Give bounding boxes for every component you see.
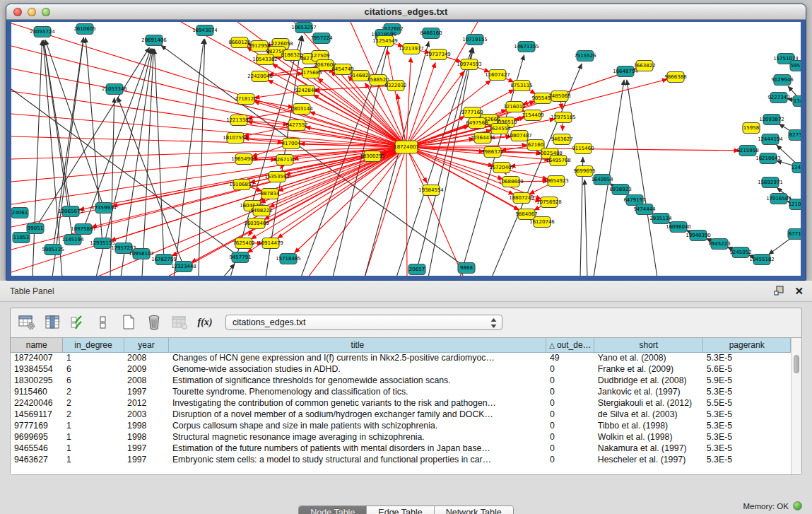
delete-column-icon[interactable] (145, 313, 163, 332)
graph-node[interactable]: 417004 (282, 139, 301, 149)
graph-node[interactable]: 16914479 (258, 238, 283, 249)
graph-node[interactable]: 10653257 (291, 23, 317, 33)
graph-node[interactable]: 9868 (458, 263, 475, 274)
graph-node[interactable]: 9242848 (295, 86, 317, 96)
graph-node[interactable]: 6497568 (466, 118, 488, 129)
graph-node[interactable]: 8427552 (286, 120, 307, 131)
graph-node[interactable]: 8215958 (736, 146, 758, 156)
table-scrollbar[interactable] (791, 338, 801, 474)
graph-node[interactable]: 7986372 (481, 147, 503, 158)
table-row[interactable]: 911546021997Tourette syndrome. Phenomeno… (11, 386, 791, 397)
graph-node[interactable]: 9129946 (771, 75, 794, 86)
zoom-window-icon[interactable] (42, 8, 50, 16)
graph-node[interactable]: 887834 (261, 189, 280, 199)
column-header-name[interactable]: name (11, 338, 63, 352)
graph-node[interactable]: 10807487 (507, 131, 532, 141)
graph-node[interactable]: 19737349 (425, 49, 451, 60)
graph-node[interactable]: 9777169 (461, 107, 483, 118)
delete-table-icon[interactable] (170, 313, 189, 332)
graph-node[interactable]: 8267130 (273, 155, 295, 165)
graph-node[interactable]: 2803144 (290, 104, 313, 115)
graph-node[interactable]: 19654923 (543, 176, 569, 187)
graph-node[interactable]: 16210643 (755, 153, 781, 164)
graph-node[interactable]: 8466160 (420, 28, 442, 39)
column-header-year[interactable]: year (124, 338, 169, 352)
graph-node[interactable]: 20657 (408, 264, 425, 275)
graph-node[interactable]: 9498222 (250, 206, 272, 216)
graph-node[interactable]: 9245052 (729, 247, 751, 258)
graph-node[interactable]: 22420046 (247, 71, 273, 82)
graph-node[interactable]: 7625402 (233, 238, 254, 249)
graph-node[interactable]: 7663822 (633, 61, 655, 71)
graph-node[interactable]: 5905135 (42, 245, 64, 255)
graph-node[interactable]: 10688609 (498, 177, 524, 187)
graph-node[interactable]: 7957224 (310, 33, 333, 44)
minimize-window-icon[interactable] (28, 8, 36, 16)
graph-node[interactable]: 3624554 (488, 124, 511, 134)
graph-node[interactable]: 7515526 (574, 51, 596, 62)
graph-node[interactable]: 62160 (527, 140, 544, 151)
graph-node[interactable]: 121033 (789, 199, 801, 210)
row-stack-icon[interactable] (94, 313, 112, 332)
graph-node[interactable]: 10719155 (462, 35, 488, 45)
graph-node[interactable]: 17359934 (91, 203, 117, 214)
graph-node[interactable]: 11853 (13, 233, 30, 243)
graph-node[interactable]: 9227343 (767, 93, 789, 103)
select-rows-icon[interactable] (69, 313, 87, 332)
table-row[interactable]: 1872400712008Changes of HCN gene express… (11, 352, 791, 363)
graph-node[interactable]: 82733 (789, 130, 801, 141)
table-row[interactable]: 946362711997Embryonic stem cells: a mode… (11, 454, 791, 465)
graph-node[interactable]: 9115460 (572, 144, 594, 154)
graph-node[interactable]: 12444194 (758, 134, 783, 145)
graph-node[interactable]: 18107554 (223, 133, 248, 144)
table-row[interactable]: 2242004622012Investigating the contribut… (11, 397, 791, 409)
graph-node[interactable]: 2935134 (649, 214, 672, 224)
graph-node[interactable]: 24061 (11, 208, 28, 218)
table-row[interactable]: 946554611997Estimation of the future num… (11, 443, 791, 454)
graph-node[interactable]: 19654903 (231, 154, 257, 165)
graph-node[interactable]: 3175685 (300, 68, 322, 78)
graph-node[interactable]: 9457791 (229, 252, 251, 263)
graph-node[interactable]: 2718120 (235, 94, 257, 105)
graph-node[interactable]: 8753115 (510, 81, 532, 91)
graph-node[interactable]: 19106852 (229, 180, 254, 190)
float-window-icon[interactable] (774, 286, 784, 296)
graph-node[interactable]: 14671355 (514, 42, 539, 52)
graph-node[interactable]: 7485063 (548, 91, 570, 102)
graph-node[interactable]: 15958 (743, 123, 760, 134)
column-header-in_degree[interactable]: in_degree (63, 338, 124, 352)
graph-node[interactable]: 9474444 (633, 204, 656, 215)
scrollbar-thumb[interactable] (794, 355, 799, 373)
graph-node[interactable]: 16039469 (244, 218, 269, 229)
column-header-pagerank[interactable]: pagerank (703, 338, 791, 352)
graph-node[interactable]: 15692971 (758, 177, 783, 188)
graph-node[interactable]: 8660128 (228, 37, 250, 48)
graph-node[interactable]: 1154409 (522, 110, 543, 121)
memory-ok-icon[interactable] (793, 501, 802, 510)
table-row[interactable]: 1830029562008Estimation of significance … (11, 375, 791, 386)
graph-node[interactable]: 9463627 (551, 134, 572, 145)
citation-network-graph[interactable]: 2405572426106052069140618943074106532571… (11, 22, 801, 276)
graph-node[interactable]: 21053346 (102, 84, 127, 95)
graph-node[interactable]: 67710 (788, 229, 801, 240)
table-row[interactable]: 969969511998Structural magnetic resonanc… (11, 431, 791, 443)
graph-node[interactable]: 18724007 (394, 141, 419, 153)
column-header-short[interactable]: short (594, 338, 703, 352)
table-row[interactable]: 1938455462009Genome-wide association stu… (11, 363, 791, 375)
table-options-icon[interactable] (18, 313, 36, 332)
graph-node[interactable]: 15718485 (276, 254, 301, 264)
graph-node[interactable]: 19384554 (418, 185, 444, 196)
graph-node[interactable]: 20691406 (141, 35, 167, 46)
graph-node[interactable]: 59518 (790, 61, 801, 71)
graph-node[interactable]: 134343 (792, 163, 801, 173)
network-canvas[interactable]: 2405572426106052069140618943074106532571… (11, 22, 801, 276)
table-row[interactable]: 1456911722003Disruption of a novel membe… (11, 409, 791, 420)
graph-node[interactable]: 9866388 (664, 72, 686, 83)
graph-node[interactable]: 8938923 (609, 185, 631, 195)
graph-node[interactable]: 9699695 (573, 166, 595, 177)
graph-node[interactable]: 12213977 (399, 44, 424, 54)
window-titlebar[interactable]: citations_edges.txt (6, 4, 806, 20)
close-panel-icon[interactable]: ✕ (794, 286, 804, 296)
close-window-icon[interactable] (13, 8, 22, 16)
new-column-icon[interactable] (119, 313, 138, 332)
